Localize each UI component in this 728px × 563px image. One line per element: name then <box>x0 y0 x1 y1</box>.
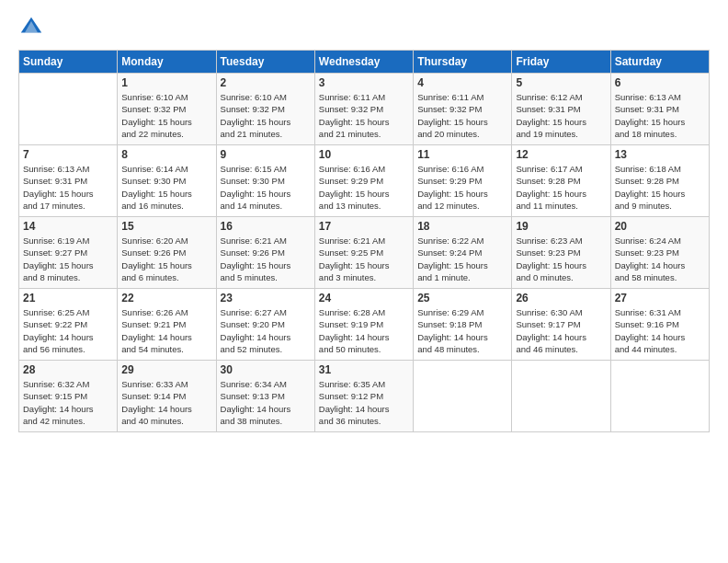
day-number: 8 <box>121 148 211 161</box>
day-number: 5 <box>516 76 606 89</box>
day-number: 7 <box>23 148 113 161</box>
day-number: 21 <box>23 292 113 304</box>
calendar-cell <box>414 361 512 432</box>
day-number: 25 <box>417 292 507 304</box>
day-info: Sunrise: 6:26 AM Sunset: 9:21 PM Dayligh… <box>121 306 211 355</box>
day-number: 16 <box>221 220 311 233</box>
calendar-cell: 27Sunrise: 6:31 AM Sunset: 9:16 PM Dayli… <box>610 289 709 361</box>
calendar-cell: 23Sunrise: 6:27 AM Sunset: 9:20 PM Dayli… <box>216 289 314 361</box>
day-info: Sunrise: 6:21 AM Sunset: 9:26 PM Dayligh… <box>221 235 311 283</box>
day-info: Sunrise: 6:23 AM Sunset: 9:23 PM Dayligh… <box>516 235 606 283</box>
day-number: 22 <box>121 292 211 304</box>
day-number: 24 <box>319 292 409 304</box>
calendar-cell: 12Sunrise: 6:17 AM Sunset: 9:28 PM Dayli… <box>512 145 610 217</box>
day-info: Sunrise: 6:15 AM Sunset: 9:30 PM Dayligh… <box>221 163 311 212</box>
day-info: Sunrise: 6:17 AM Sunset: 9:28 PM Dayligh… <box>516 163 606 212</box>
calendar-cell: 30Sunrise: 6:34 AM Sunset: 9:13 PM Dayli… <box>216 361 314 432</box>
calendar-cell: 11Sunrise: 6:16 AM Sunset: 9:29 PM Dayli… <box>414 145 512 217</box>
calendar-cell: 3Sunrise: 6:11 AM Sunset: 9:32 PM Daylig… <box>314 74 413 145</box>
day-number: 19 <box>516 220 606 233</box>
calendar-cell: 28Sunrise: 6:32 AM Sunset: 9:15 PM Dayli… <box>19 361 118 432</box>
calendar-cell: 5Sunrise: 6:12 AM Sunset: 9:31 PM Daylig… <box>512 74 610 145</box>
day-info: Sunrise: 6:11 AM Sunset: 9:32 PM Dayligh… <box>319 91 409 140</box>
day-info: Sunrise: 6:16 AM Sunset: 9:29 PM Dayligh… <box>319 163 409 212</box>
day-number: 9 <box>221 148 311 161</box>
day-number: 12 <box>516 148 606 161</box>
day-number: 20 <box>615 220 705 233</box>
day-info: Sunrise: 6:10 AM Sunset: 9:32 PM Dayligh… <box>221 91 311 140</box>
header-friday: Friday <box>512 51 610 74</box>
header-saturday: Saturday <box>610 51 709 74</box>
day-info: Sunrise: 6:27 AM Sunset: 9:20 PM Dayligh… <box>221 306 311 355</box>
calendar-cell: 19Sunrise: 6:23 AM Sunset: 9:23 PM Dayli… <box>512 217 610 289</box>
day-number: 28 <box>23 363 113 376</box>
day-info: Sunrise: 6:20 AM Sunset: 9:26 PM Dayligh… <box>121 235 211 283</box>
day-number: 1 <box>121 76 211 89</box>
day-number: 10 <box>319 148 409 161</box>
header-thursday: Thursday <box>414 51 512 74</box>
day-info: Sunrise: 6:30 AM Sunset: 9:17 PM Dayligh… <box>516 306 606 355</box>
day-number: 6 <box>615 76 705 89</box>
calendar-cell <box>19 74 118 145</box>
day-number: 3 <box>319 76 409 89</box>
day-info: Sunrise: 6:10 AM Sunset: 9:32 PM Dayligh… <box>121 91 211 140</box>
calendar-cell: 14Sunrise: 6:19 AM Sunset: 9:27 PM Dayli… <box>19 217 118 289</box>
calendar-page: SundayMondayTuesdayWednesdayThursdayFrid… <box>0 0 728 563</box>
day-number: 15 <box>121 220 211 233</box>
calendar-cell: 4Sunrise: 6:11 AM Sunset: 9:32 PM Daylig… <box>414 74 512 145</box>
day-info: Sunrise: 6:29 AM Sunset: 9:18 PM Dayligh… <box>417 306 507 355</box>
day-info: Sunrise: 6:34 AM Sunset: 9:13 PM Dayligh… <box>221 378 311 427</box>
calendar-cell: 25Sunrise: 6:29 AM Sunset: 9:18 PM Dayli… <box>414 289 512 361</box>
week-row-3: 21Sunrise: 6:25 AM Sunset: 9:22 PM Dayli… <box>19 289 710 361</box>
calendar-cell: 17Sunrise: 6:21 AM Sunset: 9:25 PM Dayli… <box>314 217 413 289</box>
day-number: 13 <box>615 148 705 161</box>
day-number: 31 <box>319 363 409 376</box>
calendar-cell: 6Sunrise: 6:13 AM Sunset: 9:31 PM Daylig… <box>610 74 709 145</box>
calendar-cell: 31Sunrise: 6:35 AM Sunset: 9:12 PM Dayli… <box>314 361 413 432</box>
day-info: Sunrise: 6:32 AM Sunset: 9:15 PM Dayligh… <box>23 378 113 427</box>
calendar-cell: 7Sunrise: 6:13 AM Sunset: 9:31 PM Daylig… <box>19 145 118 217</box>
calendar-cell: 8Sunrise: 6:14 AM Sunset: 9:30 PM Daylig… <box>118 145 216 217</box>
day-number: 4 <box>417 76 507 89</box>
day-info: Sunrise: 6:11 AM Sunset: 9:32 PM Dayligh… <box>417 91 507 140</box>
day-info: Sunrise: 6:28 AM Sunset: 9:19 PM Dayligh… <box>319 306 409 355</box>
day-info: Sunrise: 6:21 AM Sunset: 9:25 PM Dayligh… <box>319 235 409 283</box>
header-wednesday: Wednesday <box>314 51 413 74</box>
header-sunday: Sunday <box>19 51 118 74</box>
day-info: Sunrise: 6:19 AM Sunset: 9:27 PM Dayligh… <box>23 235 113 283</box>
day-info: Sunrise: 6:35 AM Sunset: 9:12 PM Dayligh… <box>319 378 409 427</box>
calendar-cell: 9Sunrise: 6:15 AM Sunset: 9:30 PM Daylig… <box>216 145 314 217</box>
day-info: Sunrise: 6:24 AM Sunset: 9:23 PM Dayligh… <box>615 235 705 283</box>
day-info: Sunrise: 6:12 AM Sunset: 9:31 PM Dayligh… <box>516 91 606 140</box>
day-number: 17 <box>319 220 409 233</box>
calendar-cell: 21Sunrise: 6:25 AM Sunset: 9:22 PM Dayli… <box>19 289 118 361</box>
calendar-cell: 13Sunrise: 6:18 AM Sunset: 9:28 PM Dayli… <box>610 145 709 217</box>
day-number: 2 <box>221 76 311 89</box>
calendar-cell: 15Sunrise: 6:20 AM Sunset: 9:26 PM Dayli… <box>118 217 216 289</box>
day-info: Sunrise: 6:31 AM Sunset: 9:16 PM Dayligh… <box>615 306 705 355</box>
day-info: Sunrise: 6:33 AM Sunset: 9:14 PM Dayligh… <box>121 378 211 427</box>
header-row: SundayMondayTuesdayWednesdayThursdayFrid… <box>19 51 710 74</box>
header <box>18 15 710 40</box>
day-info: Sunrise: 6:16 AM Sunset: 9:29 PM Dayligh… <box>417 163 507 212</box>
calendar-cell: 24Sunrise: 6:28 AM Sunset: 9:19 PM Dayli… <box>314 289 413 361</box>
calendar-cell: 29Sunrise: 6:33 AM Sunset: 9:14 PM Dayli… <box>118 361 216 432</box>
day-info: Sunrise: 6:25 AM Sunset: 9:22 PM Dayligh… <box>23 306 113 355</box>
day-info: Sunrise: 6:22 AM Sunset: 9:24 PM Dayligh… <box>417 235 507 283</box>
week-row-0: 1Sunrise: 6:10 AM Sunset: 9:32 PM Daylig… <box>19 74 710 145</box>
day-number: 30 <box>221 363 311 376</box>
header-tuesday: Tuesday <box>216 51 314 74</box>
day-number: 26 <box>516 292 606 304</box>
header-monday: Monday <box>118 51 216 74</box>
day-number: 14 <box>23 220 113 233</box>
calendar-cell <box>512 361 610 432</box>
day-number: 18 <box>417 220 507 233</box>
logo <box>18 15 48 40</box>
calendar-cell: 20Sunrise: 6:24 AM Sunset: 9:23 PM Dayli… <box>610 217 709 289</box>
day-info: Sunrise: 6:14 AM Sunset: 9:30 PM Dayligh… <box>121 163 211 212</box>
calendar-cell: 16Sunrise: 6:21 AM Sunset: 9:26 PM Dayli… <box>216 217 314 289</box>
day-number: 11 <box>417 148 507 161</box>
calendar-cell: 26Sunrise: 6:30 AM Sunset: 9:17 PM Dayli… <box>512 289 610 361</box>
day-info: Sunrise: 6:18 AM Sunset: 9:28 PM Dayligh… <box>615 163 705 212</box>
day-info: Sunrise: 6:13 AM Sunset: 9:31 PM Dayligh… <box>23 163 113 212</box>
